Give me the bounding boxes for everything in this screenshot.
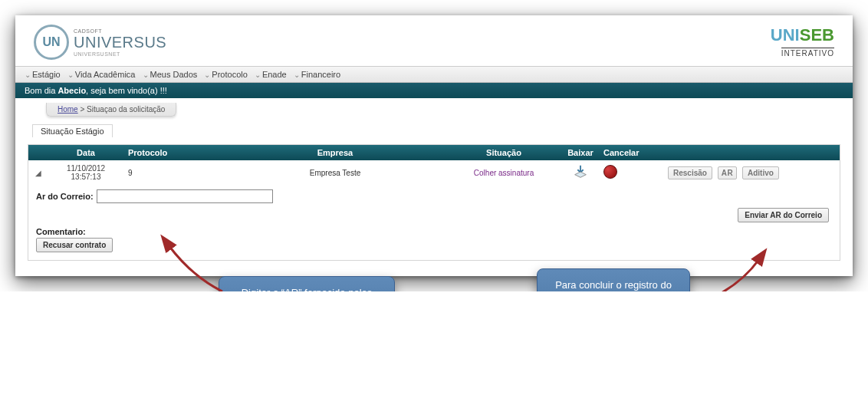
row-protocolo: 9: [128, 169, 220, 177]
chevron-down-icon: ⌄: [204, 71, 210, 79]
col-header-protocolo: Protocolo: [128, 148, 220, 157]
row-situacao: Colher assinatura: [450, 169, 557, 177]
row-time: 13:57:13: [44, 173, 128, 182]
logo-small-text: CADSOFT: [74, 28, 166, 34]
cancel-icon[interactable]: [603, 165, 617, 179]
ar-button[interactable]: AR: [718, 166, 737, 179]
logo-universus: UN CADSOFT UNIVERSUS UNIVERSUSNET: [34, 25, 166, 60]
chevron-down-icon: ⌄: [143, 71, 149, 79]
welcome-user: Abecio: [58, 86, 86, 95]
rescisao-button[interactable]: Rescisão: [668, 166, 712, 179]
menu-item-enade[interactable]: ⌄Enade: [255, 70, 287, 79]
col-header-situacao: Situação: [450, 148, 557, 157]
row-date: 11/10/2012: [44, 164, 128, 173]
chevron-down-icon: ⌄: [67, 71, 74, 79]
comentario-label: Comentario:: [36, 227, 832, 236]
expanded-panel: Ar do Correio: Enviar AR do Correio Come…: [28, 185, 840, 260]
recusar-contrato-button[interactable]: Recusar contrato: [36, 238, 113, 252]
logo-big-text: UNIVERSUS: [74, 34, 166, 51]
chevron-down-icon: ⌄: [255, 71, 261, 79]
app-window: UN CADSOFT UNIVERSUS UNIVERSUSNET UNISEB…: [15, 15, 853, 276]
logo-sub-text: UNIVERSUSNET: [74, 51, 166, 57]
logo-circle-icon: UN: [34, 25, 69, 60]
table-header-row: Data Protocolo Empresa Situação Baixar C…: [28, 145, 840, 160]
header: UN CADSOFT UNIVERSUS UNIVERSUSNET UNISEB…: [15, 15, 853, 66]
row-expander-icon[interactable]: ◢: [33, 169, 44, 177]
menu-item-estagio[interactable]: ⌄Estágio: [25, 70, 61, 79]
menu-item-financeiro[interactable]: ⌄Financeiro: [294, 70, 340, 79]
breadcrumb-wrap: Home > Situaçao da solicitação: [15, 98, 853, 124]
col-header-data: Data: [44, 148, 128, 157]
menu-item-vida-academica[interactable]: ⌄Vida Acadêmica: [67, 70, 136, 79]
aditivo-button[interactable]: Aditivo: [742, 166, 779, 179]
panel-title: Situação Estágio: [32, 124, 113, 137]
col-header-cancelar: Cancelar: [603, 148, 665, 157]
annotation-callout-enviar: Para concluir o registro do envio será n…: [537, 268, 690, 291]
main-menu: ⌄Estágio ⌄Vida Acadêmica ⌄Meus Dados ⌄Pr…: [15, 66, 853, 83]
chevron-down-icon: ⌄: [294, 71, 300, 79]
logo-uniseb: UNISEB INTERATIVO: [771, 25, 834, 59]
annotation-callout-ar-input: Digitar o “AR” fornecido pelos Correios …: [219, 276, 395, 291]
breadcrumb-current: Situaçao da solicitação: [87, 105, 165, 114]
welcome-bar: Bom dia Abecio, seja bem vindo(a) !!!: [15, 83, 853, 98]
col-header-empresa: Empresa: [220, 148, 450, 157]
download-icon[interactable]: [572, 163, 589, 180]
ar-correio-label: Ar do Correio:: [36, 192, 94, 201]
ar-correio-input[interactable]: [97, 189, 273, 203]
table-row: ◢ 11/10/2012 13:57:13 9 Empresa Teste Co…: [28, 160, 840, 185]
menu-item-protocolo[interactable]: ⌄Protocolo: [204, 70, 247, 79]
col-header-baixar: Baixar: [557, 148, 603, 157]
breadcrumb: Home > Situaçao da solicitação: [46, 103, 176, 117]
logo-uniseb-sub: INTERATIVO: [781, 48, 834, 58]
breadcrumb-home-link[interactable]: Home: [58, 105, 78, 114]
menu-item-meus-dados[interactable]: ⌄Meus Dados: [143, 70, 198, 79]
row-empresa: Empresa Teste: [220, 169, 450, 177]
content-panel: Data Protocolo Empresa Situação Baixar C…: [28, 144, 840, 261]
enviar-ar-button[interactable]: Enviar AR do Correio: [738, 208, 829, 222]
chevron-down-icon: ⌄: [25, 71, 31, 79]
